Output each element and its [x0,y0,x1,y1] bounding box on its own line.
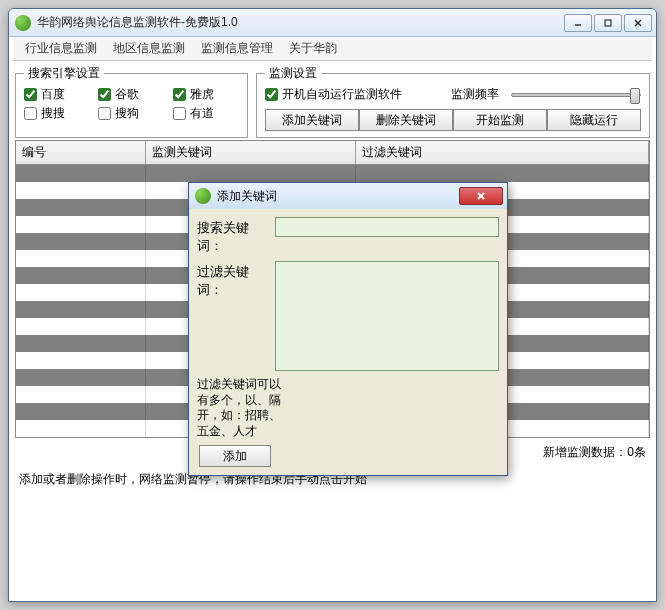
col-monitor-keyword[interactable]: 监测关键词 [146,141,356,164]
menu-region[interactable]: 地区信息监测 [105,36,193,61]
filter-hint: 过滤关键词可以有多个，以、隔开，如：招聘、五金、人才 [197,377,287,439]
search-engine-legend: 搜索引擎设置 [24,65,104,82]
titlebar: 华韵网络舆论信息监测软件-免费版1.0 [9,9,656,37]
add-keyword-button[interactable]: 添加关键词 [265,109,359,131]
frequency-label: 监测频率 [451,86,499,103]
dialog-titlebar[interactable]: 添加关键词 [189,183,507,209]
close-button[interactable] [624,14,652,32]
dialog-title: 添加关键词 [217,188,459,205]
col-id[interactable]: 编号 [16,141,146,164]
checkbox-sogou[interactable]: 搜狗 [98,105,164,122]
window-controls [564,14,652,32]
checkbox-google[interactable]: 谷歌 [98,86,164,103]
menu-about[interactable]: 关于华韵 [281,36,345,61]
add-keyword-dialog: 添加关键词 搜索关键词： 过滤关键词： 过滤关键词可以有多个，以、隔开，如：招聘… [188,182,508,476]
search-keyword-label: 搜索关键词： [197,217,271,255]
checkbox-yahoo[interactable]: 雅虎 [173,86,239,103]
menubar: 行业信息监测 地区信息监测 监测信息管理 关于华韵 [13,37,652,61]
delete-keyword-button[interactable]: 删除关键词 [359,109,453,131]
checkbox-baidu[interactable]: 百度 [24,86,90,103]
dialog-add-button[interactable]: 添加 [199,445,271,467]
dialog-icon [195,188,211,204]
maximize-button[interactable] [594,14,622,32]
col-filter-keyword[interactable]: 过滤关键词 [356,141,649,164]
filter-keyword-textarea[interactable] [275,261,499,371]
monitor-legend: 监测设置 [265,65,321,82]
filter-keyword-label: 过滤关键词： [197,261,271,299]
start-monitor-button[interactable]: 开始监测 [453,109,547,131]
hide-run-button[interactable]: 隐藏运行 [547,109,641,131]
search-engine-fieldset: 搜索引擎设置 百度 谷歌 雅虎 搜搜 搜狗 有道 [15,65,248,138]
dialog-body: 搜索关键词： 过滤关键词： 过滤关键词可以有多个，以、隔开，如：招聘、五金、人才… [189,209,507,475]
settings-row: 搜索引擎设置 百度 谷歌 雅虎 搜搜 搜狗 有道 监测设置 开机自动运行监测软件… [9,61,656,138]
checkbox-autostart[interactable]: 开机自动运行监测软件 [265,86,402,103]
new-data-label: 新增监测数据： [543,445,627,459]
svg-rect-1 [605,20,611,26]
search-keyword-input[interactable] [275,217,499,237]
frequency-slider[interactable] [511,93,641,97]
dialog-close-button[interactable] [459,187,503,205]
table-row[interactable] [16,165,649,182]
menu-manage[interactable]: 监测信息管理 [193,36,281,61]
checkbox-soso[interactable]: 搜搜 [24,105,90,122]
checkbox-youdao[interactable]: 有道 [173,105,239,122]
slider-thumb[interactable] [630,88,640,104]
new-data-value: 0条 [627,445,646,459]
minimize-button[interactable] [564,14,592,32]
menu-industry[interactable]: 行业信息监测 [17,36,105,61]
table-header: 编号 监测关键词 过滤关键词 [16,141,649,165]
window-title: 华韵网络舆论信息监测软件-免费版1.0 [37,14,564,31]
monitor-fieldset: 监测设置 开机自动运行监测软件 监测频率 添加关键词 删除关键词 开始监测 隐藏… [256,65,650,138]
app-icon [15,15,31,31]
